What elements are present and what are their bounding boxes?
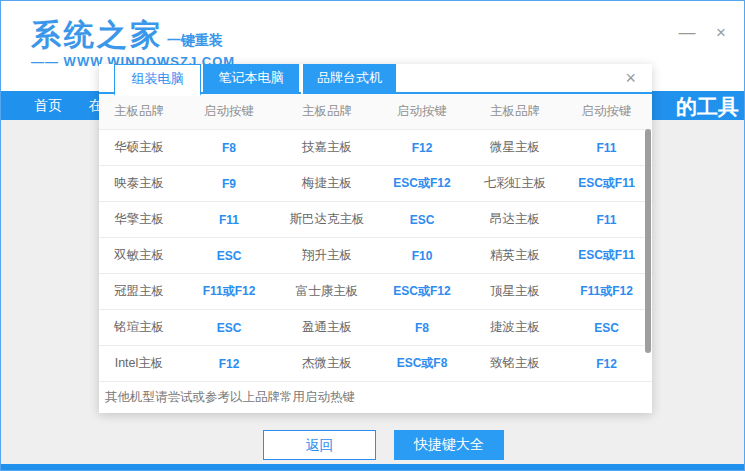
boot-key-value: ESC或F12 bbox=[375, 175, 469, 192]
boot-key-value: F11 bbox=[561, 141, 652, 155]
table-note: 其他机型请尝试或参考以上品牌常用启动热键 bbox=[99, 381, 652, 411]
motherboard-brand: 技嘉主板 bbox=[279, 139, 375, 156]
boot-key-value: ESC或F8 bbox=[375, 355, 469, 372]
motherboard-brand: 捷波主板 bbox=[469, 319, 561, 336]
hotkeys-list-button[interactable]: 快捷键大全 bbox=[394, 430, 504, 460]
dialog-close-icon[interactable]: × bbox=[625, 68, 636, 89]
logo: 系统之家一键重装 bbox=[31, 15, 223, 56]
boot-key-dialog: 组装电脑 笔记本电脑 品牌台式机 × 主板品牌启动按键主板品牌启动按键主板品牌启… bbox=[99, 64, 652, 413]
boot-key-value: F8 bbox=[375, 321, 469, 335]
column-header: 主板品牌 bbox=[469, 103, 561, 120]
motherboard-brand: 冠盟主板 bbox=[99, 283, 179, 300]
boot-key-value: F11或F12 bbox=[179, 283, 279, 300]
motherboard-brand: 斯巴达克主板 bbox=[279, 211, 375, 228]
scrollbar-thumb[interactable] bbox=[645, 129, 651, 353]
boot-key-value: F9 bbox=[179, 177, 279, 191]
app-window: 系统之家一键重装 —— WWW.WINDOWSZJ.COM —× 首页 在线重装… bbox=[0, 0, 745, 471]
nav-banner-fragment: 的工具 bbox=[676, 93, 739, 121]
boot-key-value: F11或F12 bbox=[561, 283, 652, 300]
minimize-icon[interactable]: — bbox=[676, 23, 698, 43]
boot-key-value: ESC bbox=[179, 321, 279, 335]
tab-assembled-pc[interactable]: 组装电脑 bbox=[114, 64, 201, 96]
boot-key-table-body: 华硕主板F8技嘉主板F12微星主板F11映泰主板F9梅捷主板ESC或F12七彩虹… bbox=[99, 129, 652, 381]
boot-key-value: F12 bbox=[375, 141, 469, 155]
boot-key-value: F11 bbox=[561, 213, 652, 227]
table-row: 华擎主板F11斯巴达克主板ESC昂达主板F11 bbox=[99, 201, 652, 237]
motherboard-brand: 杰微主板 bbox=[279, 355, 375, 372]
boot-key-value: F12 bbox=[179, 357, 279, 371]
logo-suffix: 一键重装 bbox=[167, 32, 223, 48]
motherboard-brand: 致铭主板 bbox=[469, 355, 561, 372]
column-header: 主板品牌 bbox=[279, 103, 375, 120]
boot-key-value: ESC bbox=[179, 249, 279, 263]
table-row: 映泰主板F9梅捷主板ESC或F12七彩虹主板ESC或F11 bbox=[99, 165, 652, 201]
motherboard-brand: 双敏主板 bbox=[99, 247, 179, 264]
boot-key-value: ESC bbox=[375, 213, 469, 227]
tab-laptop[interactable]: 笔记本电脑 bbox=[203, 64, 299, 94]
boot-key-value: ESC bbox=[561, 321, 652, 335]
column-header: 启动按键 bbox=[561, 103, 652, 120]
back-button[interactable]: 返回 bbox=[263, 430, 376, 460]
table-header: 主板品牌启动按键主板品牌启动按键主板品牌启动按键 bbox=[99, 94, 652, 129]
boot-key-value: F12 bbox=[561, 357, 652, 371]
motherboard-brand: 华硕主板 bbox=[99, 139, 179, 156]
boot-key-value: F8 bbox=[179, 141, 279, 155]
motherboard-brand: 铭瑄主板 bbox=[99, 319, 179, 336]
motherboard-brand: 富士康主板 bbox=[279, 283, 375, 300]
motherboard-brand: 盈通主板 bbox=[279, 319, 375, 336]
window-controls: —× bbox=[676, 23, 732, 43]
column-header: 启动按键 bbox=[179, 103, 279, 120]
column-header: 启动按键 bbox=[375, 103, 469, 120]
boot-key-value: F11 bbox=[179, 213, 279, 227]
motherboard-brand: 梅捷主板 bbox=[279, 175, 375, 192]
tab-brand-desktop[interactable]: 品牌台式机 bbox=[301, 64, 396, 94]
bottom-accent-strip bbox=[1, 464, 744, 470]
table-row: Intel主板F12杰微主板ESC或F8致铭主板F12 bbox=[99, 345, 652, 381]
table-row: 铭瑄主板ESC盈通主板F8捷波主板ESC bbox=[99, 309, 652, 345]
boot-key-value: ESC或F12 bbox=[375, 283, 469, 300]
boot-key-value: ESC或F11 bbox=[561, 175, 652, 192]
boot-key-value: F10 bbox=[375, 249, 469, 263]
motherboard-brand: 顶星主板 bbox=[469, 283, 561, 300]
dialog-tabs: 组装电脑 笔记本电脑 品牌台式机 × bbox=[99, 64, 652, 94]
motherboard-brand: 华擎主板 bbox=[99, 211, 179, 228]
motherboard-brand: 微星主板 bbox=[469, 139, 561, 156]
close-icon[interactable]: × bbox=[710, 23, 732, 43]
motherboard-brand: 昂达主板 bbox=[469, 211, 561, 228]
motherboard-brand: Intel主板 bbox=[99, 355, 179, 372]
table-row: 双敏主板ESC翔升主板F10精英主板ESC或F11 bbox=[99, 237, 652, 273]
motherboard-brand: 七彩虹主板 bbox=[469, 175, 561, 192]
logo-text: 系统之家 bbox=[31, 18, 163, 51]
motherboard-brand: 映泰主板 bbox=[99, 175, 179, 192]
motherboard-brand: 翔升主板 bbox=[279, 247, 375, 264]
table-row: 华硕主板F8技嘉主板F12微星主板F11 bbox=[99, 129, 652, 165]
table-row: 冠盟主板F11或F12富士康主板ESC或F12顶星主板F11或F12 bbox=[99, 273, 652, 309]
column-header: 主板品牌 bbox=[99, 103, 179, 120]
nav-item-home[interactable]: 首页 bbox=[34, 97, 62, 115]
motherboard-brand: 精英主板 bbox=[469, 247, 561, 264]
boot-key-value: ESC或F11 bbox=[561, 247, 652, 264]
